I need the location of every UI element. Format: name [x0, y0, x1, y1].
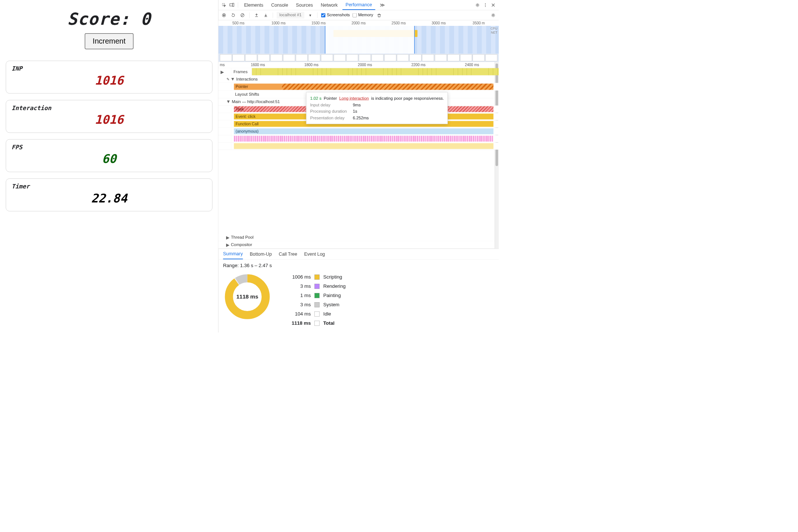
svg-point-10 [492, 14, 494, 16]
screenshot-thumb[interactable] [372, 54, 383, 61]
track-microtasks-2[interactable] [218, 143, 499, 150]
legend-row-rendering: 3 ms Rendering [283, 282, 345, 291]
caret-icon[interactable]: ▶ [226, 242, 230, 248]
pointer-bar-label[interactable]: Pointer [234, 83, 282, 90]
summary-tabs: Summary Bottom-Up Call Tree Event Log [218, 249, 499, 260]
anonymous-bar[interactable]: (anonymous) [234, 129, 494, 134]
dropdown-icon[interactable]: ▾ [307, 12, 314, 18]
pointer-bar-tail[interactable] [282, 83, 493, 90]
tab-elements[interactable]: Elements [241, 0, 267, 10]
tab-sources[interactable]: Sources [293, 0, 316, 10]
clear-icon[interactable] [239, 12, 246, 18]
settings-gear-icon[interactable] [490, 12, 497, 18]
interaction-value: 1016 [11, 113, 207, 127]
screenshots-checkbox[interactable]: Screenshots [321, 13, 350, 17]
tab-console[interactable]: Console [268, 0, 291, 10]
caret-icon[interactable]: ▼ [231, 76, 235, 82]
tick: 500 ms [218, 21, 258, 25]
screenshot-thumb[interactable] [220, 54, 232, 61]
paleyellow-bar[interactable] [234, 143, 494, 149]
upload-icon[interactable] [253, 12, 260, 18]
download-icon[interactable] [263, 12, 269, 18]
caret-icon[interactable]: ▼ [226, 99, 231, 104]
caret-icon[interactable]: ▶ [221, 69, 224, 75]
section-interactions[interactable]: ✎ ▼ Interactions [218, 75, 499, 83]
legend-total-ms: 1118 ms [283, 321, 311, 326]
memory-checkbox[interactable]: Memory [352, 13, 373, 17]
devtools-tabbar: Elements Console Sources Network Perform… [218, 0, 499, 10]
tab-network[interactable]: Network [317, 0, 341, 10]
track-pointer[interactable]: Pointer [218, 83, 499, 91]
caret-icon[interactable]: ▶ [226, 235, 230, 240]
tooltip-input-delay-label: Input delay [310, 102, 352, 108]
frames-label[interactable]: Frames [231, 68, 252, 75]
tooltip-tail: is indicating poor page responsiveness. [371, 96, 444, 101]
screenshot-thumb[interactable] [334, 54, 345, 61]
kebab-icon[interactable] [482, 2, 489, 8]
separator [249, 12, 250, 18]
overview-ruler: 500 ms 1000 ms 1500 ms 2000 ms 2500 ms 3… [218, 20, 499, 26]
tooltip-presentation-value: 6.252ms [353, 116, 369, 120]
tab-bottom-up[interactable]: Bottom-Up [250, 252, 272, 257]
reload-record-icon[interactable] [230, 12, 237, 18]
tab-summary[interactable]: Summary [223, 249, 243, 259]
svg-point-6 [485, 6, 486, 7]
tab-performance[interactable]: Performance [342, 0, 375, 10]
screenshot-thumb[interactable] [422, 54, 434, 61]
tick: 1000 ms [259, 21, 299, 25]
screenshot-thumb[interactable] [283, 54, 295, 61]
track-microtasks-1[interactable] [218, 135, 499, 143]
profile-select[interactable]: localhost #1 [277, 12, 304, 18]
screenshot-thumb[interactable] [270, 54, 282, 61]
frames-body[interactable] [252, 68, 499, 75]
device-toggle-icon[interactable] [229, 2, 235, 8]
screenshot-thumb[interactable] [359, 54, 371, 61]
tooltip-link[interactable]: Long interaction [339, 96, 369, 101]
svg-rect-1 [230, 4, 233, 6]
screenshot-thumb[interactable] [296, 54, 307, 61]
inspect-icon[interactable] [221, 2, 228, 8]
screenshots-checkbox-input[interactable] [321, 13, 325, 17]
screenshot-thumb[interactable] [321, 54, 333, 61]
screenshot-thumb[interactable] [409, 54, 421, 61]
screenshot-thumb[interactable] [473, 54, 485, 61]
track-anonymous[interactable]: (anonymous) [218, 128, 499, 135]
overview-body[interactable]: CPU NET [218, 26, 499, 54]
legend-row-idle: 104 ms Idle [283, 310, 345, 319]
section-compositor[interactable]: ▶ Compositor [218, 241, 499, 249]
screenshot-thumb[interactable] [460, 54, 472, 61]
overview-screenshots[interactable] [218, 54, 499, 62]
legend-idle-label: Idle [323, 311, 331, 317]
tab-event-log[interactable]: Event Log [304, 252, 325, 257]
svg-point-5 [485, 4, 486, 5]
screenshot-thumb[interactable] [258, 54, 270, 61]
increment-button[interactable]: Increment [85, 33, 133, 49]
overview-selection[interactable] [325, 26, 415, 54]
record-icon[interactable] [221, 12, 228, 18]
screenshot-thumb[interactable] [245, 54, 257, 61]
screenshot-thumb[interactable] [308, 54, 320, 61]
microtasks-bar[interactable] [234, 136, 494, 142]
overview-timeline[interactable]: 500 ms 1000 ms 1500 ms 2000 ms 2500 ms 3… [218, 20, 499, 62]
section-thread-pool[interactable]: ▶ Thread Pool [218, 234, 499, 241]
flame-chart[interactable]: ms 1600 ms 1800 ms 2000 ms 2200 ms 2400 … [218, 62, 499, 249]
close-icon[interactable] [490, 2, 497, 8]
gear-icon[interactable] [474, 2, 481, 8]
screenshot-thumb[interactable] [397, 54, 409, 61]
track-frames[interactable]: ▶ Frames [218, 68, 499, 75]
screenshot-thumb[interactable] [435, 54, 447, 61]
screenshot-thumb[interactable] [346, 54, 358, 61]
tab-call-tree[interactable]: Call Tree [279, 252, 297, 257]
gc-icon[interactable] [376, 12, 383, 18]
screenshot-thumb[interactable] [485, 54, 497, 61]
screenshot-thumb[interactable] [232, 54, 244, 61]
screenshot-thumb[interactable] [447, 54, 459, 61]
card-interaction: Interaction 1016 [6, 100, 212, 133]
tick: 2400 ms [445, 63, 499, 67]
tab-more[interactable]: ≫ [376, 0, 388, 10]
app-pane: Score: 0 Increment INP 1016 Interaction … [0, 0, 218, 332]
flame-ruler: ms 1600 ms 1800 ms 2000 ms 2200 ms 2400 … [218, 62, 499, 68]
memory-checkbox-input[interactable] [352, 13, 357, 17]
pencil-icon[interactable]: ✎ [226, 77, 229, 81]
screenshot-thumb[interactable] [384, 54, 396, 61]
